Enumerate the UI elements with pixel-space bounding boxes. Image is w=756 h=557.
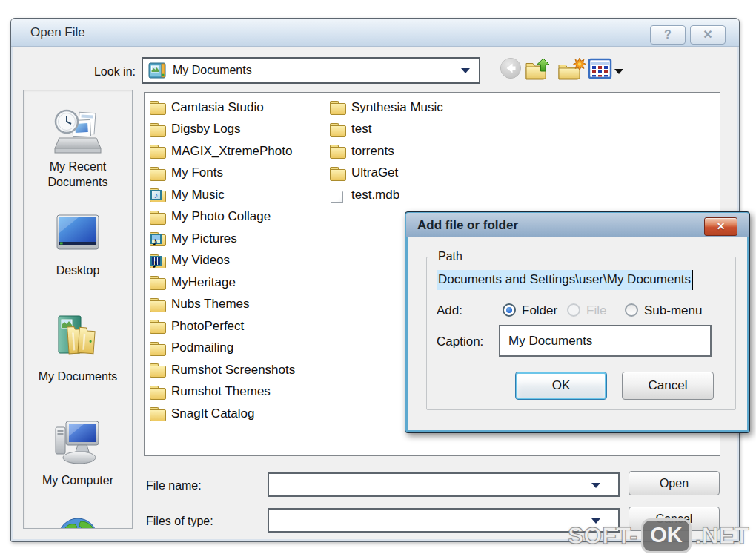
path-group-label: Path [434,250,466,263]
add-file-or-folder-dialog: Add file or folder ✕ Path Documents and … [405,211,750,433]
radio-sub-menu-label[interactable]: Sub-menu [644,303,702,318]
files-of-type-combobox[interactable] [268,508,620,533]
view-menu-icon[interactable] [588,57,613,84]
places-bar: My Recent Documents Desktop [23,90,133,529]
list-item[interactable]: ♪ SnagIt Catalog [150,403,295,425]
folder-icon: ♪ [150,275,166,289]
desktop-icon[interactable] [53,211,102,262]
add-dialog-body: Path Documents and Settings\user\My Docu… [408,237,747,430]
music-icon: ♪ [150,188,166,202]
list-item[interactable]: ♪ My Photo Collage [150,206,295,228]
ok-button[interactable]: OK [515,372,607,400]
my-computer-icon[interactable] [51,415,105,470]
look-in-combobox[interactable]: My Documents [142,57,480,84]
file-name-combobox[interactable] [268,472,620,497]
sidebar-item-my-computer[interactable]: My Computer [24,472,132,488]
watermark: SOFT- OK .NET [568,518,749,553]
folder-icon: ♪ [150,100,166,114]
sidebar-item-desktop[interactable]: Desktop [24,263,132,278]
close-button[interactable]: ✕ [690,25,726,45]
dropdown-arrow-icon [461,68,470,73]
look-in-label: Look in: [54,65,136,79]
list-item[interactable]: test.mdb [330,184,443,206]
videos-icon: ♪ [150,254,166,268]
list-item[interactable]: ♪ My Music [150,184,295,206]
radio-folder-label[interactable]: Folder [522,303,557,318]
folder-icon: ♪ [150,210,166,224]
dropdown-arrow-icon [591,483,600,488]
caption-input[interactable]: My Documents [499,325,712,357]
view-menu-dropdown-arrow-icon[interactable] [614,69,623,74]
list-item[interactable]: ♪ My Fonts [150,162,295,185]
list-item[interactable]: ♪ My Videos [150,250,295,272]
my-documents-icon [147,61,167,80]
add-dialog-title-bar: Add file or folder ✕ [406,213,749,237]
list-item[interactable]: ♪ My Pictures [150,228,295,250]
folder-icon: ♪ [150,406,166,421]
folder-icon [330,122,346,136]
files-of-type-label: Files of type: [146,515,213,528]
list-item[interactable]: torrents [330,140,443,162]
list-item[interactable]: ♪ Camtasia Studio [150,96,295,119]
my-documents-icon[interactable] [52,313,104,369]
dialog-title: Open File [30,25,85,40]
folder-icon: ♪ [150,144,166,158]
caption-label: Caption: [437,334,483,349]
add-label: Add: [437,303,462,318]
list-item[interactable]: Synthesia Music [330,96,443,119]
list-item[interactable]: ♪ Digsby Logs [150,119,295,141]
folder-icon [330,166,346,180]
help-button[interactable]: ? [650,25,686,45]
up-one-level-icon[interactable] [524,57,552,87]
folder-icon: ♪ [150,319,166,333]
watermark-net: .NET [695,522,749,550]
folder-icon [330,144,346,158]
list-item[interactable]: ♪ Rumshot Screenshots [150,359,295,381]
folder-icon: ♪ [150,166,166,180]
folder-icon: ♪ [150,297,166,312]
folder-icon: ♪ [150,122,166,136]
pictures-icon: ♪ [150,231,166,245]
radio-sub-menu[interactable] [625,303,638,317]
folder-icon: ♪ [150,363,166,377]
radio-file [567,303,580,317]
file-icon [330,188,346,202]
list-item[interactable]: test [330,119,443,141]
create-new-folder-icon[interactable] [557,57,586,87]
list-item[interactable]: ♪ Rumshot Themes [150,381,295,403]
add-dialog-title: Add file or folder [417,218,518,233]
file-list-column-2: Synthesia Music test torrents UltraGet [330,96,443,206]
recent-documents-icon[interactable] [52,107,104,160]
file-name-label: File name: [146,479,202,492]
list-item[interactable]: ♪ PhotoPerfect [150,315,295,337]
folder-icon [330,100,346,114]
list-item[interactable]: ♪ Podmailing [150,337,295,360]
watermark-ok-badge: OK [641,518,692,553]
file-list-column-1: ♪ Camtasia Studio ♪ Digsby Logs ♪ MAGIX_… [150,96,295,425]
folder-icon: ♪ [150,341,166,355]
title-bar: Open File ? ✕ [11,19,739,47]
sidebar-item-my-documents[interactable]: My Documents [24,369,132,384]
list-item[interactable]: ♪ MyHeritage [150,271,295,294]
list-item[interactable]: ♪ MAGIX_XtremePhoto [150,140,295,162]
list-item[interactable]: UltraGet [330,162,443,185]
add-cancel-button[interactable]: Cancel [622,372,714,400]
radio-file-label: File [586,303,606,318]
folder-icon: ♪ [150,385,166,399]
watermark-soft: SOFT- [568,522,637,550]
sidebar-item-recent-documents[interactable]: My Recent Documents [24,159,132,190]
look-in-value: My Documents [173,64,252,77]
path-input[interactable]: Documents and Settings\user\My Documents [437,270,693,290]
back-icon[interactable] [500,57,522,82]
list-item[interactable]: ♪ Nubs Themes [150,294,295,316]
network-globe-icon[interactable] [54,515,102,529]
open-button[interactable]: Open [629,471,720,495]
add-dialog-close-button[interactable]: ✕ [704,217,737,236]
radio-folder[interactable] [503,303,516,317]
